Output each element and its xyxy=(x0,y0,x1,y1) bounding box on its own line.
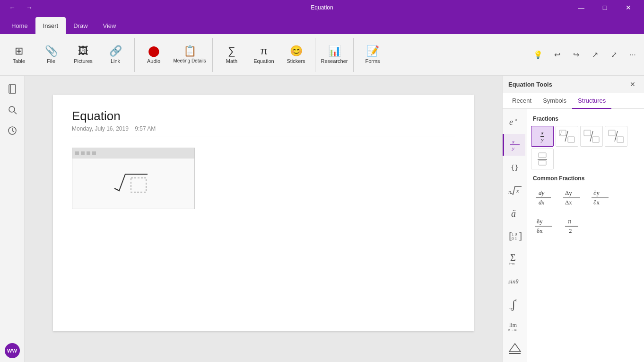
lightbulb-button[interactable]: 💡 xyxy=(531,47,546,62)
frac-dy-dx[interactable]: dy dx xyxy=(531,185,556,210)
svg-text:Δy: Δy xyxy=(565,189,572,196)
cat-function[interactable]: sinθ xyxy=(503,270,525,291)
math-button[interactable]: ∑ Math xyxy=(217,37,247,73)
largeop-icon: Σ i=m n xyxy=(507,250,522,265)
window-title: Equation xyxy=(311,4,333,11)
dot-2 xyxy=(81,151,85,155)
equation-preview[interactable] xyxy=(72,148,195,209)
back-button[interactable]: ← xyxy=(5,0,20,15)
fraction-small[interactable] xyxy=(531,149,554,169)
table-button[interactable]: ⊞ Table xyxy=(4,37,34,73)
panel-close-button[interactable]: ✕ xyxy=(627,79,638,90)
share-button[interactable]: ↗ xyxy=(587,47,602,62)
category-sidebar: e x x y {} xyxy=(503,109,527,362)
panel-tabs: Recent Symbols Structures xyxy=(503,93,644,109)
svg-text:x: x xyxy=(512,139,514,144)
frac-partial-y-x[interactable]: ∂y ∂x xyxy=(588,185,612,210)
matrix-icon: [ 1 0 0 1 ] xyxy=(507,228,522,243)
cat-operator[interactable] xyxy=(503,338,525,360)
svg-text:n: n xyxy=(508,188,512,195)
cat-integral[interactable]: ∫ x -x xyxy=(503,292,525,314)
tab-insert[interactable]: Insert xyxy=(35,17,66,34)
panel-header: Equation Tools ✕ xyxy=(503,76,644,93)
operator-icon xyxy=(507,341,522,356)
svg-line-34 xyxy=(565,131,568,141)
dy-dx-icon: dy dx xyxy=(532,186,555,209)
svg-rect-40 xyxy=(617,137,624,142)
common-fractions-title: Common Fractions xyxy=(533,175,638,182)
maximize-button[interactable]: □ xyxy=(594,0,616,15)
fraction-stacked[interactable]: x y xyxy=(531,126,554,147)
dot-3 xyxy=(87,151,90,155)
fraction-skewed-1[interactable] xyxy=(580,126,603,147)
title-bar: ← → Equation — □ ✕ xyxy=(0,0,644,15)
avatar[interactable]: WW xyxy=(5,343,20,358)
pictures-icon: 🖼 xyxy=(78,46,88,56)
tab-symbols[interactable]: Symbols xyxy=(537,93,572,109)
svg-text:δy: δy xyxy=(537,218,543,225)
panel-title: Equation Tools xyxy=(508,81,552,88)
page-title: Equation xyxy=(72,109,455,124)
ribbon-right-actions: 💡 ↩ ↪ ↗ ⤢ ··· xyxy=(531,47,640,62)
note-page: Equation Monday, July 16, 2019 9:57 AM xyxy=(53,95,474,331)
pictures-button[interactable]: 🖼 Pictures xyxy=(68,37,98,73)
file-icon: 📎 xyxy=(45,46,58,56)
tab-view[interactable]: View xyxy=(96,17,124,34)
fractions-section-title: Fractions xyxy=(533,115,638,122)
fraction-skewed-2[interactable] xyxy=(605,126,627,147)
minimize-button[interactable]: — xyxy=(570,0,592,15)
cat-matrix[interactable]: [ 1 0 0 1 ] xyxy=(503,225,525,247)
equation-button[interactable]: π Equation xyxy=(249,37,279,73)
recent-button[interactable] xyxy=(3,121,22,140)
cat-fraction[interactable]: x y xyxy=(503,134,525,156)
cat-radical[interactable]: n x xyxy=(503,179,525,201)
svg-rect-38 xyxy=(609,130,615,136)
integral-icon: ∫ x -x xyxy=(507,296,522,311)
cat-braces[interactable]: {} xyxy=(503,157,525,178)
svg-text:x: x xyxy=(516,187,519,194)
audio-button[interactable]: ⬤ Audio xyxy=(139,37,169,73)
svg-text:x: x xyxy=(514,298,517,302)
tab-recent[interactable]: Recent xyxy=(506,93,537,109)
cat-script[interactable]: e x xyxy=(503,111,525,133)
equation-svg xyxy=(112,165,155,203)
delta-y-x-icon: Δy Δx xyxy=(560,186,583,209)
svg-rect-0 xyxy=(9,85,16,93)
cat-accent[interactable]: ä xyxy=(503,202,525,224)
svg-text:-x: -x xyxy=(509,306,513,311)
close-button[interactable]: ✕ xyxy=(618,0,639,15)
ribbon-tabs: Home Insert Draw View xyxy=(0,15,644,34)
panel-body: e x x y {} xyxy=(503,109,644,362)
meeting-button[interactable]: 📋 Meeting Details xyxy=(171,37,209,73)
stickers-button[interactable]: 😊 Stickers xyxy=(281,37,311,73)
more-button[interactable]: ··· xyxy=(625,47,640,62)
undo-button[interactable]: ↩ xyxy=(549,47,565,62)
math-icon: ∑ xyxy=(228,46,235,56)
svg-text:i=m: i=m xyxy=(509,262,515,265)
tab-structures[interactable]: Structures xyxy=(572,93,611,109)
researcher-button[interactable]: 📊 Researcher xyxy=(319,37,349,73)
tab-home[interactable]: Home xyxy=(4,17,35,34)
search-button[interactable] xyxy=(3,100,22,119)
file-button[interactable]: 📎 File xyxy=(36,37,66,73)
ribbon-separator-4 xyxy=(353,38,354,72)
fraction-slash-box[interactable]: / xyxy=(556,126,578,147)
svg-rect-41 xyxy=(539,153,546,158)
svg-text:sinθ: sinθ xyxy=(508,278,519,285)
frac-pi-2[interactable]: π 2 xyxy=(559,214,584,238)
cat-largeop[interactable]: Σ i=m n xyxy=(503,247,525,269)
forms-button[interactable]: 📝 Forms xyxy=(357,37,388,73)
cat-limit[interactable]: lim n→∞ xyxy=(503,315,525,337)
svg-rect-35 xyxy=(584,130,591,136)
link-button[interactable]: 🔗 Link xyxy=(100,37,131,73)
tab-draw[interactable]: Draw xyxy=(66,17,95,34)
expand-button[interactable]: ⤢ xyxy=(606,47,621,62)
frac-delta-y-x[interactable]: Δy Δx xyxy=(559,185,584,210)
frac-delta2-y-x[interactable]: δy δx xyxy=(531,214,556,238)
forward-button[interactable]: → xyxy=(22,0,37,15)
small-frac-icon xyxy=(534,151,551,167)
redo-button[interactable]: ↪ xyxy=(568,47,583,62)
right-panel: Equation Tools ✕ Recent Symbols Structur… xyxy=(502,76,644,362)
fraction-icon: x y xyxy=(507,137,522,152)
notebooks-button[interactable] xyxy=(3,79,22,98)
